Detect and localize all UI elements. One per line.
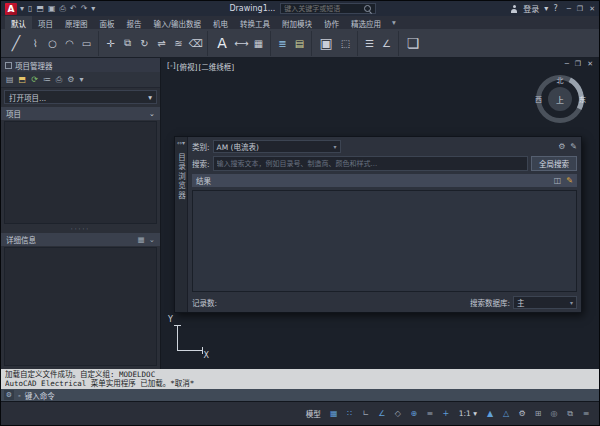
circle-icon[interactable]: ○ [44, 34, 61, 52]
project-manager-titlebar[interactable]: 项目管理器 [1, 58, 160, 72]
category-select[interactable]: AM (电流表) ▾ [213, 140, 341, 153]
open-file-icon[interactable]: ⬒ [36, 4, 44, 13]
viewcube[interactable]: 上 北 西 东 [533, 72, 587, 126]
ribbon-tab[interactable]: 输入/输出数据 [148, 16, 208, 29]
ribbon-tab[interactable]: 报告 [121, 16, 148, 29]
isolate-objects-icon[interactable]: ◎ [547, 406, 561, 422]
ribbon-tab[interactable]: 附加模块 [276, 16, 318, 29]
global-search-button[interactable]: 全局搜索 [531, 156, 577, 171]
ribbon-tool-icon[interactable] [357, 31, 358, 56]
qat-customize-caret-icon[interactable]: ▾ [91, 4, 95, 13]
ribbon-tool-icon[interactable] [98, 31, 99, 56]
viewcube-west-label[interactable]: 西 [535, 94, 542, 104]
results-list[interactable] [192, 190, 577, 292]
text-icon[interactable]: A [211, 30, 233, 56]
signin-button[interactable]: 登录 [523, 3, 539, 14]
save-icon[interactable]: ▣ [48, 4, 56, 13]
close-button[interactable]: ✕ [589, 5, 595, 13]
command-prompt[interactable]: 键入命令 [25, 390, 55, 401]
visual-style-control[interactable]: [二维线框] [198, 61, 234, 72]
command-history[interactable]: 加载自定义文件成功。自定义组: MODELDOCAutoCAD Electric… [1, 369, 599, 389]
catalog-browser-titlebar[interactable]: ⇔▾ 目录浏览器 [175, 137, 188, 312]
table-icon[interactable]: ▦ [250, 34, 267, 52]
database-select[interactable]: 主 ▾ [513, 296, 577, 309]
polar-tracking-icon[interactable]: ∠ [375, 406, 389, 422]
project-menu-caret-icon[interactable]: ▾ [79, 75, 83, 84]
palette-properties-icon[interactable]: ▾ [182, 139, 185, 146]
details-collapse-icon[interactable]: ⌄ [149, 235, 155, 244]
command-input-row[interactable]: ⚙ - 键入命令 [1, 389, 599, 401]
chevron-down-icon[interactable]: ⌄ [149, 109, 155, 118]
clean-screen-icon[interactable]: ⧉ [563, 406, 577, 422]
details-section-header[interactable]: 详细信息 ▦⌄ [1, 233, 160, 246]
chevron-down-icon[interactable]: ▾ [148, 93, 152, 102]
undo-icon[interactable]: ↶ [70, 4, 77, 13]
create-block-icon[interactable]: ⬚ [337, 34, 354, 52]
rotate-icon[interactable]: ↻ [136, 34, 153, 52]
open-project-icon[interactable]: ⬒ [19, 75, 27, 84]
restore-button[interactable]: ❐ [577, 5, 583, 13]
chevron-down-icon[interactable]: ▾ [334, 143, 337, 150]
panel-resize-handle[interactable]: ····· [1, 225, 160, 232]
polyline-icon[interactable]: ⌇ [27, 34, 44, 52]
snap-icon[interactable]: ∷ [343, 406, 357, 422]
signin-caret-icon[interactable]: ▾ [544, 4, 548, 13]
viewport-menu-control[interactable]: [-] [167, 61, 176, 72]
customize-icon[interactable]: ≡ [579, 406, 593, 422]
new-project-icon[interactable]: ▤ [6, 75, 14, 84]
view-control[interactable]: [俯视] [177, 61, 198, 72]
annotation-scale-button[interactable]: 1:1 ▾ [455, 406, 481, 422]
ortho-icon[interactable]: ∟ [359, 406, 373, 422]
app-menu-caret-icon[interactable]: ▾ [20, 4, 24, 13]
dynamic-input-icon[interactable]: + [439, 406, 453, 422]
viewcube-north-label[interactable]: 北 [557, 75, 564, 85]
catalog-edit-icon[interactable]: ✎ [570, 142, 577, 151]
minimize-button[interactable]: ─ [567, 5, 571, 13]
ribbon-tool-icon[interactable] [207, 31, 208, 56]
publish-icon[interactable]: ⎙ [56, 75, 62, 85]
layers-icon[interactable]: ≣ [274, 34, 291, 52]
help-search-input[interactable] [284, 5, 362, 13]
wrench-icon[interactable]: ⚙ [4, 390, 14, 400]
ribbon-tab[interactable]: 协作 [318, 16, 345, 29]
search-icon[interactable] [364, 5, 372, 13]
ribbon-tool-icon[interactable] [270, 31, 271, 56]
arc-icon[interactable]: ◠ [61, 34, 78, 52]
move-icon[interactable]: ✛ [102, 34, 119, 52]
results-edit-icon[interactable]: ✎ [566, 176, 573, 185]
task-list-icon[interactable]: ≔ [43, 75, 51, 84]
layer-properties-icon[interactable]: ▤ [291, 34, 308, 52]
erase-icon[interactable]: ⌫ [187, 34, 204, 52]
ribbon-tab[interactable]: 机电 [207, 16, 234, 29]
annotation-visibility-icon[interactable]: ▲ [483, 406, 497, 422]
rectangle-icon[interactable]: ▭ [78, 34, 95, 52]
grid-icon[interactable]: ▦ [327, 406, 341, 422]
ribbon-tab[interactable]: 精选应用 [345, 16, 387, 29]
project-tree-area[interactable] [4, 121, 157, 224]
doc-minimize-button[interactable]: ─ [565, 60, 569, 68]
viewcube-top-face[interactable]: 上 [548, 87, 572, 111]
doc-close-button[interactable]: ✕ [587, 60, 593, 68]
redo-icon[interactable]: ↷ [81, 4, 88, 13]
user-icon[interactable] [510, 5, 518, 13]
refresh-project-icon[interactable]: ⟳ [31, 75, 38, 84]
open-project-combobox[interactable]: 打开项目... ▾ [4, 90, 157, 104]
details-list-icon[interactable]: ▦ [138, 235, 145, 244]
measure-icon[interactable]: ∠ [378, 34, 395, 52]
new-file-icon[interactable]: ▯ [28, 4, 32, 13]
viewcube-east-label[interactable]: 东 [579, 94, 586, 104]
osnap-icon[interactable]: ⊕ [407, 406, 421, 422]
ribbon-tool-icon[interactable] [311, 31, 312, 56]
workspace-gear-icon[interactable]: ⚙ [515, 406, 529, 422]
ribbon-display-caret-icon[interactable]: ▾ [387, 16, 401, 29]
offset-icon[interactable]: ≋ [170, 34, 187, 52]
drawing-canvas[interactable]: [-][俯视][二维线框] ─❐✕ 上 北 西 东 ⇔▾ 目录浏览器 类别: [161, 58, 599, 369]
annotation-monitor-icon[interactable]: ⊞ [531, 406, 545, 422]
ribbon-tab[interactable]: 面板 [94, 16, 121, 29]
project-settings-icon[interactable]: ⚙ [67, 75, 74, 84]
line-icon[interactable]: ╱ [5, 30, 27, 56]
autocad-logo-icon[interactable]: A [5, 3, 17, 15]
ribbon-tool-icon[interactable] [398, 31, 399, 56]
isodraft-icon[interactable]: ◇ [391, 406, 405, 422]
results-columns-icon[interactable]: ◫ [554, 176, 562, 185]
